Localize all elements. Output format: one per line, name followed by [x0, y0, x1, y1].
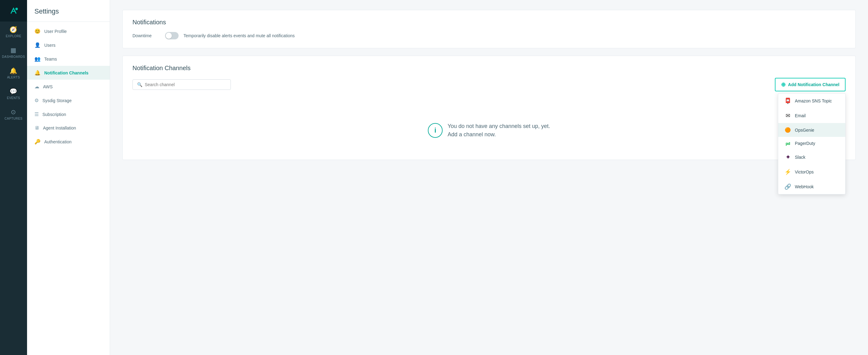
search-icon: 🔍 [137, 82, 142, 87]
search-box[interactable]: 🔍 [132, 79, 231, 90]
nav-dashboards[interactable]: ▦ DASHBOARDS [0, 42, 27, 63]
victorops-icon: ⚡ [784, 169, 791, 175]
sidebar-item-teams[interactable]: 👥 Teams [27, 52, 110, 66]
sidebar-item-subscription[interactable]: ☰ Subscription [27, 107, 110, 121]
sidebar-item-sysdig-storage[interactable]: ⚙ Sysdig Storage [27, 93, 110, 107]
channel-type-dropdown: 📮 Amazon SNS Topic ✉ Email 🟠 OpsGenie pd… [778, 93, 845, 195]
explore-icon: 🧭 [9, 26, 18, 33]
sidebar-item-notification-channels[interactable]: 🔔 Notification Channels [27, 66, 110, 80]
dropdown-item-webhook[interactable]: 🔗 WebHook [778, 179, 845, 194]
email-icon: ✉ [784, 112, 791, 119]
downtime-toggle[interactable] [165, 32, 179, 39]
info-circle-icon: i [428, 123, 443, 138]
dropdown-item-amazon-sns[interactable]: 📮 Amazon SNS Topic [778, 93, 845, 108]
nav-alerts[interactable]: 🔔 ALERTS [0, 63, 27, 83]
webhook-icon: 🔗 [784, 183, 791, 190]
sidebar-item-authentication[interactable]: 🔑 Authentication [27, 135, 110, 149]
opsgenie-icon: 🟠 [784, 127, 791, 133]
sidebar: Settings 😊 User Profile 👤 Users 👥 Teams … [27, 0, 110, 355]
sidebar-item-agent-installation[interactable]: 🖥 Agent Installation [27, 121, 110, 135]
notifications-card: Notifications Downtime Temporarily disab… [122, 10, 856, 48]
sysdig-storage-icon: ⚙ [34, 97, 39, 103]
icon-bar: 🧭 EXPLORE ▦ DASHBOARDS 🔔 ALERTS 💬 EVENTS… [0, 0, 27, 355]
sidebar-item-users[interactable]: 👤 Users [27, 38, 110, 52]
events-icon: 💬 [9, 88, 18, 95]
channels-card: Notification Channels 🔍 ⊕ Add Notificati… [122, 56, 856, 160]
pagerduty-icon: pd [784, 141, 791, 146]
nav-explore[interactable]: 🧭 EXPLORE [0, 22, 27, 42]
empty-state-text: You do not have any channels set up, yet… [447, 122, 550, 139]
add-notification-channel-button[interactable]: ⊕ Add Notification Channel [775, 78, 845, 91]
search-input[interactable] [145, 82, 226, 87]
teams-icon: 👥 [34, 56, 40, 62]
users-icon: 👤 [34, 42, 40, 48]
sidebar-item-user-profile[interactable]: 😊 User Profile [27, 24, 110, 38]
subscription-icon: ☰ [34, 111, 39, 117]
downtime-row: Downtime Temporarily disable alerts even… [132, 32, 845, 39]
plus-icon: ⊕ [781, 81, 786, 88]
sidebar-item-aws[interactable]: ☁ AWS [27, 80, 110, 93]
aws-icon: ☁ [34, 84, 39, 90]
dropdown-item-victorops[interactable]: ⚡ VictorOps [778, 165, 845, 179]
app-logo[interactable] [0, 0, 27, 22]
alerts-icon: 🔔 [9, 67, 18, 75]
nav-captures[interactable]: ⊙ CAPTURES [0, 104, 27, 125]
user-profile-icon: 😊 [34, 28, 40, 34]
downtime-description: Temporarily disable alerts events and mu… [184, 33, 295, 38]
sidebar-nav: 😊 User Profile 👤 Users 👥 Teams 🔔 Notific… [27, 22, 110, 151]
notifications-title: Notifications [132, 19, 845, 26]
downtime-label: Downtime [132, 33, 160, 38]
dropdown-item-email[interactable]: ✉ Email [778, 108, 845, 123]
sidebar-title: Settings [27, 0, 110, 22]
notification-channels-icon: 🔔 [34, 70, 40, 76]
svg-point-0 [16, 8, 18, 10]
channels-header: 🔍 ⊕ Add Notification Channel 📮 Amazon SN… [132, 78, 845, 91]
main-content: Notifications Downtime Temporarily disab… [110, 0, 868, 355]
dropdown-item-slack[interactable]: ✦ Slack [778, 150, 845, 165]
dashboards-icon: ▦ [10, 47, 17, 54]
captures-icon: ⊙ [11, 108, 16, 116]
empty-state: i You do not have any channels set up, y… [132, 97, 845, 151]
agent-installation-icon: 🖥 [34, 125, 39, 131]
amazon-sns-icon: 📮 [784, 97, 791, 104]
channels-title: Notification Channels [132, 65, 845, 72]
dropdown-item-opsgenie[interactable]: 🟠 OpsGenie [778, 123, 845, 137]
dropdown-item-pagerduty[interactable]: pd PagerDuty [778, 137, 845, 150]
add-button-container: ⊕ Add Notification Channel 📮 Amazon SNS … [775, 78, 845, 91]
toggle-knob [166, 33, 172, 39]
empty-state-row: i You do not have any channels set up, y… [428, 122, 550, 139]
nav-events[interactable]: 💬 EVENTS [0, 83, 27, 104]
slack-icon: ✦ [784, 154, 791, 160]
authentication-icon: 🔑 [34, 139, 40, 145]
